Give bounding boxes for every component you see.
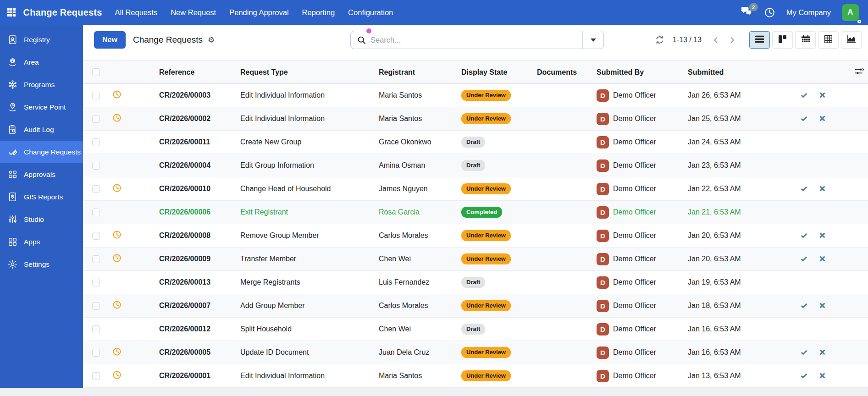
view-kanban-button[interactable] (772, 31, 793, 49)
reject-button[interactable] (819, 92, 826, 99)
pager-range: 1-13 / 13 (673, 36, 702, 44)
approve-button[interactable] (800, 255, 808, 263)
row-checkbox[interactable] (92, 372, 100, 380)
activity-clock-icon[interactable] (112, 183, 122, 194)
apps-grid-icon[interactable] (7, 8, 16, 16)
sidebar-item-approvals[interactable]: Approvals (0, 163, 83, 186)
reject-button[interactable] (819, 185, 826, 193)
table-row[interactable]: CR/2026/00012Split HouseholdChen WeiDraf… (83, 318, 868, 341)
company-switcher[interactable]: My Company (786, 8, 831, 17)
row-checkbox[interactable] (92, 92, 100, 99)
table-row[interactable]: CR/2026/00005Update ID DocumentJuan Dela… (83, 341, 868, 364)
action-gear-icon[interactable]: ⚙ (208, 35, 215, 44)
approve-button[interactable] (800, 372, 808, 380)
reject-button[interactable] (819, 349, 826, 357)
reject-button[interactable] (819, 255, 826, 263)
column-header-request-type[interactable]: Request Type (240, 68, 379, 77)
nav-item-configuration[interactable]: Configuration (348, 8, 393, 17)
row-checkbox[interactable] (92, 209, 100, 216)
activity-clock-icon[interactable] (112, 347, 122, 358)
column-header-display-state[interactable]: Display State (461, 68, 537, 77)
table-row[interactable]: CR/2026/00004Edit Group InformationAmina… (83, 154, 868, 177)
sidebar-item-service-point[interactable]: Service Point (0, 96, 83, 118)
view-graph-button[interactable] (841, 31, 862, 49)
row-checkbox[interactable] (92, 115, 100, 123)
activity-clock-icon[interactable] (112, 230, 122, 241)
approve-button[interactable] (800, 302, 808, 310)
view-pivot-button[interactable] (818, 31, 839, 49)
view-list-button[interactable] (749, 31, 770, 49)
table-row[interactable]: CR/2026/00011Create New GroupGrace Okonk… (83, 131, 868, 154)
row-checkbox[interactable] (92, 162, 100, 170)
approve-button[interactable] (800, 92, 808, 99)
activity-clock-icon[interactable] (112, 370, 122, 381)
row-checkbox[interactable] (92, 349, 100, 357)
table-row[interactable]: CR/2026/00006Exit RegistrantRosa GarciaC… (83, 201, 868, 224)
sidebar-item-studio[interactable]: Studio (0, 208, 83, 231)
user-avatar[interactable]: A (842, 4, 859, 21)
row-checkbox[interactable] (92, 138, 100, 146)
approve-button[interactable] (800, 349, 808, 357)
nav-item-new-request[interactable]: New Request (171, 8, 216, 17)
activity-clock-icon[interactable] (112, 300, 122, 311)
row-checkbox[interactable] (92, 255, 100, 263)
submitted-date-cell: Jan 19, 6:53 AM (688, 278, 789, 286)
nav-item-pending-approval[interactable]: Pending Approval (229, 8, 288, 17)
sidebar-item-gis-reports[interactable]: GIS Reports (0, 186, 83, 208)
reject-button[interactable] (819, 115, 826, 123)
table-row[interactable]: CR/2026/00013Merge RegistrantsLuis Ferna… (83, 271, 868, 294)
sidebar-item-programs[interactable]: Programs (0, 73, 83, 96)
reject-button[interactable] (819, 232, 826, 240)
sidebar-item-settings[interactable]: Settings (0, 253, 83, 275)
app-title[interactable]: Change Requests (23, 7, 102, 18)
horizontal-scrollbar-track[interactable] (0, 388, 868, 396)
table-row[interactable]: CR/2026/00007Add Group MemberCarlos Mora… (83, 294, 868, 318)
activity-clock-icon[interactable] (112, 253, 122, 264)
new-button[interactable]: New (94, 31, 126, 49)
row-checkbox[interactable] (92, 232, 100, 240)
table-row[interactable]: CR/2026/00008Remove Group MemberCarlos M… (83, 224, 868, 248)
refresh-icon[interactable] (655, 35, 664, 44)
column-header-submitted[interactable]: Submitted (688, 68, 789, 77)
network-icon (7, 79, 18, 90)
reject-button[interactable] (819, 302, 826, 310)
sidebar-item-apps[interactable]: Apps (0, 231, 83, 253)
activity-clock-icon[interactable] (112, 90, 122, 101)
nav-item-all-requests[interactable]: All Requests (115, 8, 158, 17)
table-row[interactable]: CR/2026/00010Change Head of HouseholdJam… (83, 177, 868, 201)
table-row[interactable]: CR/2026/00003Edit Individual Information… (83, 84, 868, 107)
approve-button[interactable] (800, 232, 808, 240)
approve-button[interactable] (800, 115, 808, 123)
search-dropdown-toggle[interactable] (582, 31, 603, 49)
sidebar-item-change-requests[interactable]: Change Requests (0, 141, 83, 163)
view-calendar-button[interactable] (795, 31, 816, 49)
table-row[interactable]: CR/2026/00001Edit Individual Information… (83, 364, 868, 388)
sidebar-item-registry[interactable]: Registry (0, 28, 83, 51)
user-initial: A (847, 8, 853, 17)
row-checkbox[interactable] (92, 185, 100, 193)
approve-button[interactable] (800, 185, 808, 193)
column-header-registrant[interactable]: Registrant (379, 68, 461, 77)
activity-clock-icon[interactable] (112, 113, 122, 124)
row-checkbox[interactable] (92, 279, 100, 286)
activity-history-icon[interactable] (764, 7, 775, 18)
nav-item-reporting[interactable]: Reporting (302, 8, 335, 17)
row-checkbox[interactable] (92, 325, 100, 333)
column-header-reference[interactable]: Reference (127, 68, 240, 77)
row-checkbox[interactable] (92, 302, 100, 310)
select-all-checkbox[interactable] (92, 68, 100, 76)
reject-button[interactable] (819, 372, 826, 380)
adjust-columns-icon[interactable] (855, 67, 864, 77)
messages-button[interactable]: 2 (741, 6, 753, 18)
pager-previous-button[interactable] (711, 35, 721, 45)
table-row[interactable]: CR/2026/00002Edit Individual Information… (83, 107, 868, 131)
sidebar-item-audit-log[interactable]: Audit Log (0, 118, 83, 141)
sidebar-item-area[interactable]: Area (0, 51, 83, 73)
search-input[interactable] (366, 36, 582, 44)
registrant-cell: Carlos Morales (379, 231, 461, 240)
check-pencil-icon (7, 147, 18, 157)
table-row[interactable]: CR/2026/00009Transfer MemberChen WeiUnde… (83, 248, 868, 271)
pager-next-button[interactable] (727, 35, 737, 45)
column-header-submitted-by[interactable]: Submitted By (597, 68, 688, 77)
column-header-documents[interactable]: Documents (537, 68, 597, 77)
